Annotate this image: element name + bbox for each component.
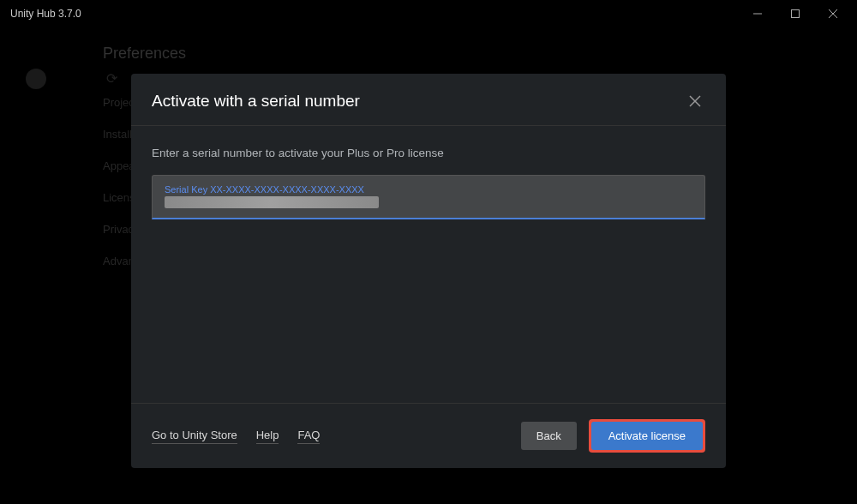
svg-rect-1 xyxy=(792,10,800,18)
modal-footer: Go to Unity Store Help FAQ Back Activate… xyxy=(131,403,726,468)
redacted-serial xyxy=(165,196,379,208)
back-button[interactable]: Back xyxy=(521,422,577,450)
maximize-button[interactable] xyxy=(778,2,812,26)
serial-input-value xyxy=(165,196,692,208)
modal-instruction: Enter a serial number to activate your P… xyxy=(152,147,705,159)
close-window-button[interactable] xyxy=(816,2,850,26)
footer-links: Go to Unity Store Help FAQ xyxy=(152,429,320,444)
activate-license-button[interactable]: Activate license xyxy=(591,422,703,450)
modal-body: Enter a serial number to activate your P… xyxy=(131,126,726,403)
serial-input-label: Serial Key XX-XXXX-XXXX-XXXX-XXXX-XXXX xyxy=(165,184,692,195)
footer-buttons: Back Activate license xyxy=(521,419,705,453)
faq-link[interactable]: FAQ xyxy=(297,429,320,444)
serial-input[interactable]: Serial Key XX-XXXX-XXXX-XXXX-XXXX-XXXX xyxy=(152,175,705,219)
titlebar: Unity Hub 3.7.0 xyxy=(0,0,857,27)
modal-header: Activate with a serial number xyxy=(131,74,726,126)
window-controls xyxy=(740,2,850,26)
close-icon[interactable] xyxy=(685,91,705,111)
activate-serial-modal: Activate with a serial number Enter a se… xyxy=(131,74,726,468)
highlight-annotation: Activate license xyxy=(589,419,705,453)
unity-store-link[interactable]: Go to Unity Store xyxy=(152,429,237,444)
window-title: Unity Hub 3.7.0 xyxy=(7,8,740,20)
modal-title: Activate with a serial number xyxy=(152,92,360,111)
help-link[interactable]: Help xyxy=(256,429,279,444)
minimize-button[interactable] xyxy=(740,2,775,26)
app-content: ⟳ Preferences Projects Installs Appearan… xyxy=(0,27,857,504)
modal-overlay: Activate with a serial number Enter a se… xyxy=(0,27,857,504)
